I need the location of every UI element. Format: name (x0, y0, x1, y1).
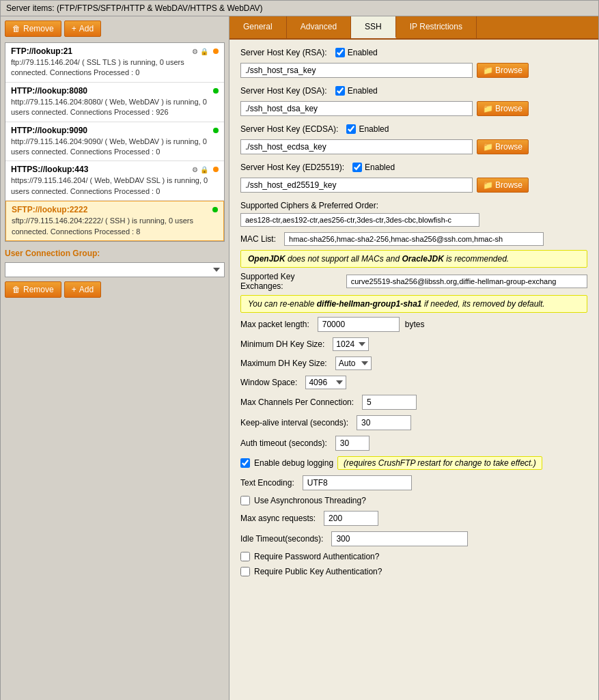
require-pubkey-label: Require Public Key Authentication? (254, 567, 382, 576)
server-item-title: FTP://lookup:21 (11, 46, 72, 56)
folder-icon: 📁 (483, 142, 493, 152)
key-exchange-info-box: You can re-enable diffie-hellman-group1-… (240, 295, 587, 313)
window-space-select[interactable]: 4096 8192 16384 65536 (305, 376, 346, 389)
ecdsa-key-path-row: 📁 Browse (240, 139, 587, 154)
max-dh-select[interactable]: Auto 1024 2048 4096 (335, 356, 372, 370)
ciphers-input[interactable] (240, 213, 479, 227)
tab-advanced[interactable]: Advanced (287, 16, 351, 38)
text-encoding-label: Text Encoding: (240, 478, 294, 488)
settings-icon[interactable]: ⚙ (192, 48, 198, 55)
ecdsa-key-path-input[interactable] (240, 139, 473, 154)
max-channels-row: Max Channels Per Connection: (240, 395, 587, 410)
keepalive-input[interactable] (357, 415, 411, 430)
ecdsa-enabled-checkbox-group: Enabled (346, 124, 389, 134)
max-async-label: Max async requests: (240, 514, 316, 523)
server-item-https-443[interactable]: HTTPS://lookup:443 ⚙ 🔒 https://79.115.14… (5, 161, 224, 201)
ecdsa-enabled-label: Enabled (359, 124, 389, 134)
server-item-http-8080[interactable]: HTTP://lookup:8080 http://79.115.146.204… (5, 83, 224, 122)
debug-logging-checkbox[interactable] (240, 458, 250, 468)
tab-general[interactable]: General (229, 16, 287, 38)
ed25519-enabled-checkbox-group: Enabled (352, 163, 395, 172)
server-item-desc: http://79.115.146.204:9090/ ( Web, WebDA… (11, 137, 219, 158)
status-indicator (213, 48, 219, 54)
server-item-title: HTTPS://lookup:443 (11, 165, 88, 174)
mac-label: MAC List: (240, 234, 276, 244)
remove-conn-button[interactable]: 🗑 Remove (5, 281, 61, 298)
ed25519-key-row: Server Host Key (ED25519): Enabled (240, 163, 587, 172)
user-connection-section: User Connection Group: 🗑 Remove + Add (5, 249, 225, 298)
icon-group (210, 207, 218, 212)
max-channels-input[interactable] (362, 395, 417, 410)
rsa-browse-button[interactable]: 📁 Browse (477, 63, 529, 78)
trash-icon: 🗑 (12, 285, 20, 294)
rsa-enabled-label: Enabled (348, 48, 378, 57)
ed25519-key-path-input[interactable] (240, 178, 473, 193)
server-item-desc: ftp://79.115.146.204/ ( SSL TLS ) is run… (11, 57, 219, 79)
tab-ssh[interactable]: SSH (351, 16, 396, 38)
dsa-key-path-input[interactable] (240, 101, 473, 116)
key-exchange-input[interactable] (346, 275, 587, 288)
server-item-title: HTTP://lookup:9090 (11, 126, 87, 135)
debug-logging-label: Enable debug logging (254, 458, 333, 468)
idle-timeout-label: Idle Timeout(seconds): (240, 534, 323, 544)
browse-label: Browse (495, 104, 523, 113)
ed25519-browse-button[interactable]: 📁 Browse (477, 178, 529, 193)
browse-label: Browse (495, 180, 523, 190)
rsa-enabled-checkbox-group: Enabled (335, 48, 378, 57)
title-text: Server items: (FTP/FTPS/SFTP/HTTP & WebD… (6, 3, 263, 13)
idle-timeout-input[interactable] (331, 531, 468, 546)
settings-icon[interactable]: ⚙ (192, 166, 198, 173)
plus-icon: + (72, 285, 76, 294)
ed25519-enabled-checkbox[interactable] (352, 163, 362, 172)
max-packet-row: Max packet length: bytes (240, 317, 587, 332)
add-conn-button[interactable]: + Add (64, 281, 101, 298)
key-exchange-row: Supported Key Exchanges: (240, 272, 587, 291)
rsa-key-row: Server Host Key (RSA): Enabled (240, 48, 587, 57)
server-item-sftp-2222[interactable]: SFTP://lookup:2222 sftp://79.115.146.204… (5, 201, 224, 241)
tab-ip-restrictions[interactable]: IP Restrictions (396, 16, 477, 38)
idle-timeout-row: Idle Timeout(seconds): (240, 531, 587, 546)
add-server-button[interactable]: + Add (64, 20, 101, 37)
user-connection-label: User Connection Group: (5, 249, 225, 258)
lock-icon[interactable]: 🔒 (200, 166, 208, 173)
min-dh-label: Minimum DH Key Size: (240, 339, 324, 349)
ecdsa-key-label: Server Host Key (ECDSA): (240, 124, 338, 134)
status-indicator (212, 207, 218, 212)
mac-input[interactable] (284, 232, 544, 246)
require-password-checkbox[interactable] (240, 552, 250, 561)
max-channels-label: Max Channels Per Connection: (240, 397, 354, 407)
max-packet-input[interactable] (318, 317, 400, 332)
dsa-browse-button[interactable]: 📁 Browse (477, 101, 529, 116)
auth-timeout-label: Auth timeout (seconds): (240, 438, 327, 448)
remove-server-button[interactable]: 🗑 Remove (5, 20, 61, 37)
rsa-key-path-input[interactable] (240, 63, 473, 78)
text-encoding-input[interactable] (303, 475, 412, 490)
ecdsa-browse-button[interactable]: 📁 Browse (477, 139, 529, 154)
left-toolbar: 🗑 Remove + Add (5, 20, 225, 37)
debug-logging-note: (requires CrushFTP restart for change to… (337, 456, 542, 470)
async-threading-checkbox[interactable] (240, 496, 250, 505)
server-item-ftp-21[interactable]: FTP://lookup:21 ⚙ 🔒 ftp://79.115.146.204… (5, 43, 224, 83)
lock-icon[interactable]: 🔒 (200, 48, 208, 55)
tab-general-label: General (243, 22, 273, 31)
ecdsa-enabled-checkbox[interactable] (346, 124, 356, 134)
tab-ip-restrictions-label: IP Restrictions (410, 22, 462, 31)
server-item-http-9090[interactable]: HTTP://lookup:9090 http://79.115.146.204… (5, 122, 224, 162)
tabs-bar: General Advanced SSH IP Restrictions (229, 16, 598, 40)
auth-timeout-input[interactable] (335, 436, 370, 451)
mac-row: MAC List: (240, 232, 587, 246)
add-bottom-label: Add (79, 285, 94, 294)
rsa-enabled-checkbox[interactable] (335, 48, 345, 57)
ed25519-key-label: Server Host Key (ED25519): (240, 163, 344, 172)
dsa-enabled-checkbox-group: Enabled (335, 86, 378, 96)
user-connection-dropdown[interactable] (5, 262, 225, 277)
max-async-input[interactable] (324, 511, 378, 526)
min-dh-select[interactable]: 1024 2048 4096 (333, 337, 369, 351)
icon-group: ⚙ 🔒 (192, 48, 219, 55)
require-pubkey-checkbox[interactable] (240, 567, 250, 576)
folder-icon: 📁 (483, 66, 493, 75)
browse-label: Browse (495, 66, 523, 75)
dsa-enabled-label: Enabled (348, 86, 378, 96)
ed25519-enabled-label: Enabled (365, 163, 395, 172)
dsa-enabled-checkbox[interactable] (335, 86, 345, 96)
